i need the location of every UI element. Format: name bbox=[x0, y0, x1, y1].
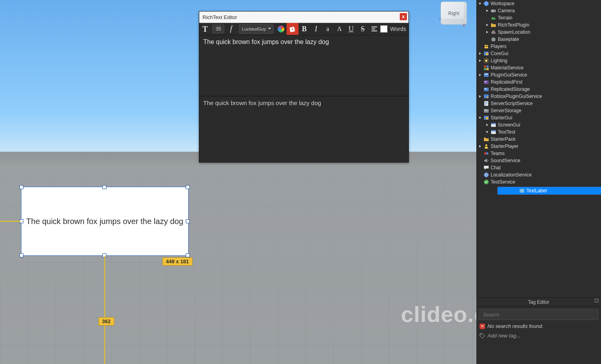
bold-button[interactable]: B bbox=[299, 23, 310, 35]
tree-row-texttest[interactable]: TextTest bbox=[476, 128, 601, 136]
expand-arrow[interactable] bbox=[478, 94, 482, 98]
kerning-button[interactable]: f ˇ bbox=[226, 23, 237, 35]
expand-arrow[interactable] bbox=[478, 166, 482, 170]
tree-row-starterplayer[interactable]: StarterPlayer bbox=[476, 143, 601, 150]
expand-arrow[interactable] bbox=[478, 173, 482, 177]
color-wheel-button[interactable] bbox=[275, 23, 287, 35]
tree-row-serverstorage[interactable]: ServerStorage bbox=[476, 107, 601, 114]
tag-search[interactable] bbox=[479, 309, 599, 320]
tree-row-starterpack[interactable]: StarterPack bbox=[476, 136, 601, 143]
tree-row-coregui[interactable]: CoreGui bbox=[476, 50, 601, 57]
tree-row-terrain[interactable]: Terrain bbox=[476, 14, 601, 21]
text-color-swatch[interactable] bbox=[380, 25, 387, 33]
tree-row-testservice[interactable]: TestService bbox=[476, 178, 601, 186]
tree-row-soundservice[interactable]: SoundService bbox=[476, 157, 601, 164]
expand-arrow[interactable] bbox=[485, 30, 489, 34]
tree-row-spawnlocation[interactable]: SpawnLocation bbox=[476, 29, 601, 36]
explorer-tree[interactable]: WorkspaceCameraTerrainRichTextPluginSpaw… bbox=[476, 0, 601, 292]
tree-row-serverscriptservice[interactable]: ServerScriptService bbox=[476, 100, 601, 107]
resize-handle-nw[interactable] bbox=[19, 185, 23, 189]
text-tool-button[interactable]: T bbox=[199, 23, 211, 35]
resize-handle-ne[interactable] bbox=[186, 185, 190, 189]
expand-arrow[interactable] bbox=[478, 66, 482, 70]
tree-row-baseplate[interactable]: Baseplate bbox=[476, 36, 601, 43]
tag-search-input[interactable] bbox=[482, 311, 595, 318]
tree-row-pluginguiservice[interactable]: PluginGuiService bbox=[476, 71, 601, 79]
svg-point-17 bbox=[485, 59, 487, 62]
italic-button[interactable]: I bbox=[310, 23, 322, 35]
uppercase-button[interactable]: A bbox=[333, 23, 345, 35]
resize-handle-n[interactable] bbox=[102, 185, 106, 189]
tree-row-replicatedstorage[interactable]: ReplicatedStorage bbox=[476, 86, 601, 93]
close-button[interactable]: x bbox=[400, 13, 407, 20]
tree-row-materialservice[interactable]: MaterialService bbox=[476, 64, 601, 71]
expand-arrow[interactable] bbox=[478, 2, 482, 6]
test-icon bbox=[483, 179, 489, 185]
tree-row-players[interactable]: Players bbox=[476, 43, 601, 50]
tree-row-richtextplugin[interactable]: RichTextPlugin bbox=[476, 21, 601, 29]
tree-label: TextLabel bbox=[526, 188, 547, 193]
tree-row-robloxpluginguiservice[interactable]: RobloxPluginGuiService bbox=[476, 93, 601, 100]
scroll-track[interactable] bbox=[482, 292, 601, 297]
tree-row-localizationservice[interactable]: LocalizationService bbox=[476, 171, 601, 178]
expand-arrow[interactable] bbox=[478, 52, 482, 56]
resize-handle-e[interactable] bbox=[186, 219, 190, 223]
editor-text: The quick brown fox jumps over the lazy … bbox=[203, 38, 329, 45]
editor-source-pane[interactable]: The quick brown fox jumps over the lazy … bbox=[199, 96, 408, 162]
tree-row-workspace[interactable]: Workspace bbox=[476, 0, 601, 7]
guide-horizontal bbox=[0, 221, 21, 222]
expand-arrow[interactable] bbox=[478, 109, 482, 113]
expand-arrow[interactable] bbox=[478, 73, 482, 77]
svg-point-11 bbox=[493, 32, 494, 33]
tree-row-chat[interactable]: Chat bbox=[476, 164, 601, 171]
expand-arrow[interactable] bbox=[478, 137, 482, 141]
richtext-editor-window[interactable]: RichText Editor x T 35 f ˇ LuckiestGuy bbox=[199, 11, 409, 163]
expand-arrow[interactable] bbox=[478, 80, 482, 84]
add-tag-row[interactable]: Add new tag... bbox=[480, 333, 520, 339]
expand-arrow[interactable] bbox=[485, 16, 489, 20]
selected-textlabel[interactable]: The quick brown fox jumps over the lazy … bbox=[21, 187, 189, 256]
part-icon bbox=[491, 36, 496, 42]
tree-row-textlabel[interactable]: TTextLabel bbox=[497, 187, 601, 195]
resize-handle-se[interactable] bbox=[186, 253, 190, 257]
font-size-input[interactable]: 35 bbox=[212, 25, 224, 33]
expand-arrow[interactable] bbox=[478, 180, 482, 184]
tree-row-replicatedfirst[interactable]: ReplicatedFirst bbox=[476, 79, 601, 86]
expand-arrow[interactable] bbox=[478, 151, 482, 155]
roblox-icon bbox=[289, 25, 296, 33]
expand-arrow[interactable] bbox=[485, 23, 489, 27]
tree-row-teams[interactable]: Teams bbox=[476, 150, 601, 157]
expand-arrow[interactable] bbox=[478, 159, 482, 163]
align-button[interactable] bbox=[369, 23, 380, 35]
expand-arrow[interactable] bbox=[478, 87, 482, 91]
tree-row-lighting[interactable]: Lighting bbox=[476, 57, 601, 64]
expand-arrow[interactable] bbox=[485, 37, 489, 41]
script-icon bbox=[483, 101, 489, 106]
roblox-color-button[interactable] bbox=[287, 23, 298, 35]
expand-arrow[interactable] bbox=[485, 9, 489, 13]
tree-row-startergui[interactable]: StarterGui bbox=[476, 114, 601, 121]
terrain-icon bbox=[491, 15, 496, 21]
chat-icon bbox=[483, 165, 489, 171]
window-title[interactable]: RichText Editor bbox=[199, 11, 408, 23]
expand-arrow[interactable] bbox=[478, 44, 482, 48]
resize-handle-sw[interactable] bbox=[19, 253, 23, 257]
underline-button[interactable]: U bbox=[345, 23, 357, 35]
editor-preview-pane[interactable]: The quick brown fox jumps over the lazy … bbox=[199, 35, 408, 96]
expand-arrow[interactable] bbox=[514, 189, 518, 193]
orientation-cube[interactable]: Right bbox=[441, 2, 467, 25]
expand-arrow[interactable] bbox=[478, 102, 482, 105]
tree-label: MaterialService bbox=[491, 65, 524, 71]
expand-arrow[interactable] bbox=[485, 130, 489, 134]
expand-arrow[interactable] bbox=[485, 123, 489, 127]
expand-arrow[interactable] bbox=[478, 144, 482, 148]
strike-button[interactable]: S bbox=[357, 23, 368, 35]
tag-editor-titlebar[interactable]: Tag Editor bbox=[476, 297, 601, 307]
tree-row-camera[interactable]: Camera bbox=[476, 7, 601, 14]
expand-arrow[interactable] bbox=[478, 59, 482, 63]
expand-arrow[interactable] bbox=[478, 116, 482, 120]
tree-row-screengui[interactable]: ScreenGui bbox=[476, 121, 601, 128]
font-select[interactable]: LuckiestGuy bbox=[239, 24, 274, 34]
pin-icon[interactable] bbox=[595, 299, 599, 303]
lowercase-button[interactable]: a bbox=[322, 23, 333, 35]
